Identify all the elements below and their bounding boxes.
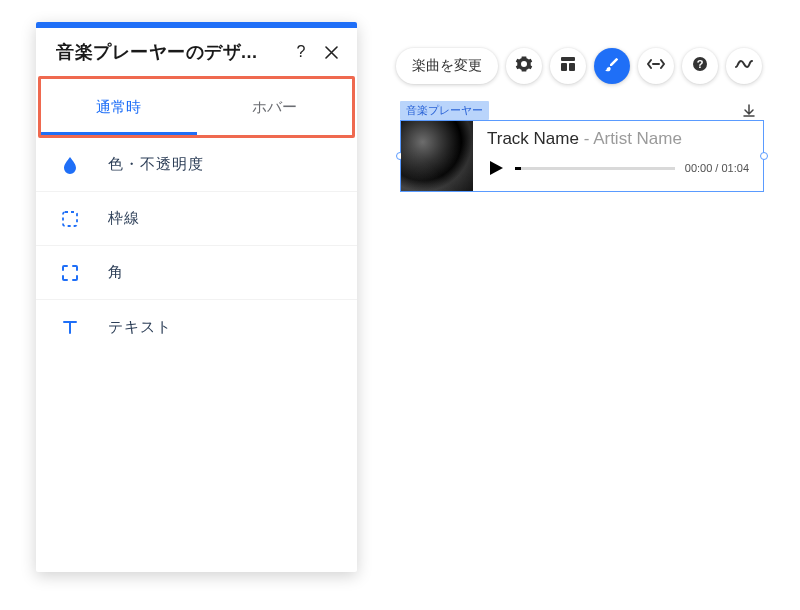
text-icon: [60, 317, 80, 337]
wave-icon: [735, 57, 753, 75]
artist-name: Artist Name: [593, 129, 682, 148]
tab-normal[interactable]: 通常時: [41, 79, 197, 135]
droplet-icon: [60, 155, 80, 175]
total-time: 01:04: [721, 162, 749, 174]
option-color-opacity[interactable]: 色・不透明度: [36, 138, 357, 192]
widget-type-label: 音楽プレーヤー: [400, 101, 489, 120]
tabs-highlight-box: 通常時 ホバー: [38, 76, 355, 138]
music-player-widget: 音楽プレーヤー Track Name - Artist Name 00:00 /…: [400, 100, 764, 192]
panel-header: 音楽プレーヤーのデザ... ?: [36, 28, 357, 76]
option-corner[interactable]: 角: [36, 246, 357, 300]
option-label: 角: [108, 263, 124, 282]
settings-button[interactable]: [506, 48, 542, 84]
layout-button[interactable]: [550, 48, 586, 84]
option-label: 色・不透明度: [108, 155, 204, 174]
svg-rect-0: [63, 212, 77, 226]
floating-toolbar: 楽曲を変更 ?: [396, 48, 762, 84]
option-border[interactable]: 枠線: [36, 192, 357, 246]
stretch-icon: [647, 57, 665, 75]
change-track-button[interactable]: 楽曲を変更: [396, 48, 498, 84]
player-info: Track Name - Artist Name 00:00 / 01:04: [473, 121, 763, 191]
dashed-square-icon: [60, 209, 80, 229]
current-time: 00:00: [685, 162, 713, 174]
option-text[interactable]: テキスト: [36, 300, 357, 354]
time-display: 00:00 / 01:04: [685, 162, 749, 174]
progress-bar[interactable]: [515, 167, 675, 170]
track-title-line: Track Name - Artist Name: [487, 129, 749, 149]
stretch-button[interactable]: [638, 48, 674, 84]
layout-icon: [560, 56, 576, 76]
widget-selection-box[interactable]: Track Name - Artist Name 00:00 / 01:04: [400, 120, 764, 192]
gear-icon: [515, 55, 533, 77]
track-name: Track Name: [487, 129, 579, 148]
corners-icon: [60, 263, 80, 283]
play-button[interactable]: [487, 159, 505, 177]
album-art: [401, 121, 473, 191]
option-label: テキスト: [108, 318, 172, 337]
design-panel: 音楽プレーヤーのデザ... ? 通常時 ホバー 色・不透明度 枠線: [36, 22, 357, 572]
tab-hover[interactable]: ホバー: [197, 79, 353, 135]
svg-rect-3: [569, 63, 575, 71]
close-icon[interactable]: [319, 40, 343, 64]
svg-rect-1: [561, 57, 575, 61]
design-tabs: 通常時 ホバー: [41, 79, 352, 135]
help-button[interactable]: ?: [682, 48, 718, 84]
title-separator: -: [579, 129, 593, 148]
design-options-list: 色・不透明度 枠線 角 テキスト: [36, 138, 357, 354]
design-button[interactable]: [594, 48, 630, 84]
tab-active-underline: [41, 132, 197, 135]
player-controls: 00:00 / 01:04: [487, 159, 749, 177]
help-icon[interactable]: ?: [289, 40, 313, 64]
option-label: 枠線: [108, 209, 140, 228]
svg-rect-2: [561, 63, 567, 71]
brush-icon: [604, 56, 620, 76]
download-icon[interactable]: [741, 103, 757, 119]
svg-text:?: ?: [697, 58, 704, 70]
panel-title: 音楽プレーヤーのデザ...: [56, 40, 283, 64]
animation-button[interactable]: [726, 48, 762, 84]
question-icon: ?: [692, 56, 708, 76]
